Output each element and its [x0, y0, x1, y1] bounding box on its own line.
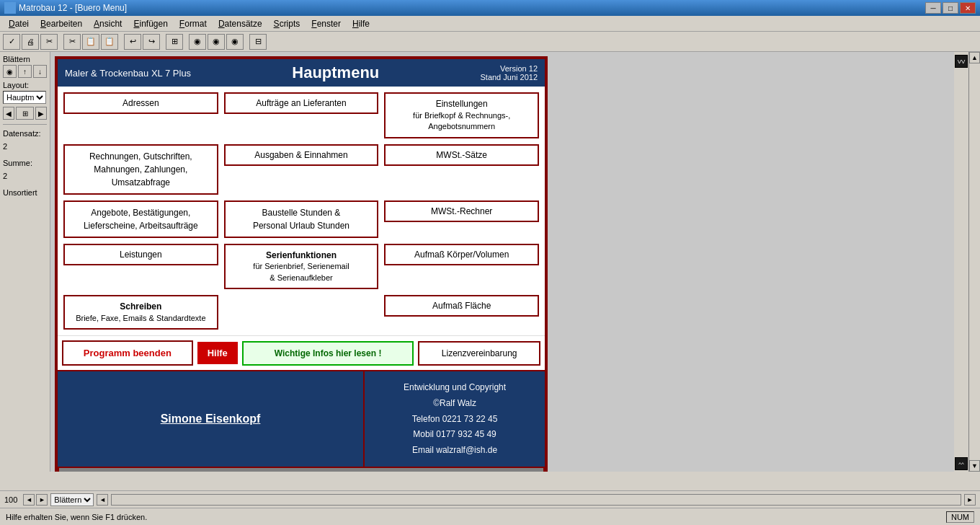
title-bar-controls: ─ □ ✕	[925, 2, 976, 14]
menu-hilfe[interactable]: Hilfe	[347, 17, 375, 30]
hauptmenu-outer: Maler & Trockenbau XL 7 Plus Hauptmenu V…	[55, 56, 548, 472]
hm-title-right: Version 12 Stand Juni 2012	[480, 64, 538, 81]
info-name-link[interactable]: Simone Eisenkopf	[161, 412, 261, 425]
right-scrollbar[interactable]: ▲ ▼	[968, 52, 980, 472]
vv-btn-top[interactable]: VV	[955, 55, 968, 68]
btn-serienfunktionen[interactable]: Serienfunktionen für Serienbrief, Serien…	[224, 244, 379, 290]
menu-bar: Datei Bearbeiten Ansicht Einfügen Format…	[0, 16, 980, 32]
btn-angebote[interactable]: Angebote, Bestätigungen, Lieferscheine, …	[63, 200, 218, 238]
menu-scripts[interactable]: Scripts	[268, 17, 306, 30]
homepage-bar[interactable]: Zur Homepage bitte hier klicken www.hand…	[58, 467, 545, 472]
menu-datei[interactable]: Datei	[3, 17, 35, 30]
toolbar-btn-8[interactable]: ◉	[226, 34, 244, 50]
btn-wichtig[interactable]: Wichtige Infos hier lesen !	[242, 341, 414, 366]
btn-auftraege[interactable]: Aufträge an Lieferanten	[224, 92, 379, 114]
btn-mwst-saetze[interactable]: MWSt.-Sätze	[384, 144, 539, 166]
cell-rechnungen: Rechnungen, Gutschriften, Mahnungen, Zah…	[62, 143, 220, 196]
layout-next[interactable]: ▶	[35, 107, 47, 120]
status-bar: Hilfe erhalten Sie, wenn Sie F1 drücken.…	[0, 508, 980, 525]
hm-title-left: Maler & Trockenbau XL 7 Plus	[65, 68, 191, 79]
toolbar-btn-5[interactable]: ⊞	[166, 34, 183, 50]
blattern-nav: ◉ ↑ ↓	[3, 65, 47, 78]
toolbar-btn-paste[interactable]: 📋	[101, 34, 118, 50]
unsortiert-label: Unsortiert	[3, 187, 47, 200]
main-content: Maler & Trockenbau XL 7 Plus Hauptmenu V…	[50, 52, 954, 472]
toolbar-btn-3[interactable]: ✂	[40, 34, 58, 50]
scroll-h-right[interactable]: ►	[964, 494, 976, 506]
toolbar-btn-2[interactable]: 🖨	[22, 34, 39, 50]
cell-adressen: Adressen	[62, 91, 220, 140]
cell-ausgaben: Ausgaben & Einnahmen	[223, 143, 380, 196]
datensatz-value: 2	[3, 141, 47, 154]
status-num: NUM	[946, 511, 974, 523]
toolbar-btn-redo[interactable]: ↪	[143, 34, 160, 50]
app-icon	[4, 2, 16, 14]
btn-aufmass-flaeche[interactable]: Aufmaß Fläche	[384, 295, 539, 317]
vv-panel: VV ^^	[954, 52, 968, 472]
btn-lizenz[interactable]: Lizenzvereinbarung	[418, 341, 540, 366]
menu-datensaetze[interactable]: Datensätze	[213, 17, 268, 30]
blattern-nav-btn2[interactable]: ↑	[18, 65, 32, 78]
btn-aufmass-koerper[interactable]: Aufmaß Körper/Volumen	[384, 244, 539, 265]
layout-center[interactable]: ⊞	[16, 107, 33, 120]
menu-bearbeiten[interactable]: Bearbeiten	[35, 17, 88, 30]
tab-nav-left[interactable]: ◄	[97, 494, 108, 506]
maximize-button[interactable]: □	[943, 2, 958, 14]
menu-einfuegen[interactable]: Einfügen	[128, 17, 173, 30]
zoom-btn-right[interactable]: ►	[36, 494, 48, 506]
btn-einstellungen[interactable]: Einstellungen für Briefkopf & Rechnungs-…	[384, 92, 539, 138]
main-layout: Blättern ◉ ↑ ↓ Layout: Hauptme... ◀ ⊞ ▶ …	[0, 52, 980, 472]
blattern-nav-btn3[interactable]: ↓	[33, 65, 47, 78]
btn-ausgaben[interactable]: Ausgaben & Einnahmen	[224, 144, 379, 166]
scroll-up-btn[interactable]: ▲	[969, 52, 980, 63]
zoom-btn-left[interactable]: ◄	[23, 494, 35, 506]
tab-select[interactable]: Blättern	[50, 493, 94, 506]
cell-einstellungen: Einstellungen für Briefkopf & Rechnungs-…	[383, 91, 540, 140]
info-section: Simone Eisenkopf Entwicklung und Copyrig…	[58, 370, 545, 467]
btn-schreiben[interactable]: Schreiben Briefe, Faxe, Emails & Standar…	[63, 295, 218, 330]
toolbar: ✓ 🖨 ✂ ✂ 📋 📋 ↩ ↪ ⊞ ◉ ◉ ◉ ⊟	[0, 32, 980, 52]
toolbar-btn-7[interactable]: ◉	[208, 34, 225, 50]
summe-value: 2	[3, 170, 47, 183]
info-email-line: Email walzralf@ish.de	[373, 443, 536, 459]
minimize-button[interactable]: ─	[925, 2, 941, 14]
btn-leistungen[interactable]: Leistungen	[63, 244, 218, 265]
hauptmenu-container: Maler & Trockenbau XL 7 Plus Hauptmenu V…	[56, 58, 546, 472]
btn-hilfe[interactable]: Hilfe	[197, 342, 238, 364]
toolbar-btn-cut[interactable]: ✂	[63, 34, 81, 50]
toolbar-btn-1[interactable]: ✓	[3, 34, 20, 50]
blattern-nav-btn1[interactable]: ◉	[3, 65, 17, 78]
menu-format[interactable]: Format	[174, 17, 213, 30]
cell-aufmass-koerper: Aufmaß Körper/Volumen	[383, 242, 540, 291]
layout-label: Layout:	[3, 81, 47, 89]
vv-btn-bottom[interactable]: ^^	[955, 457, 968, 470]
layout-prev[interactable]: ◀	[3, 107, 14, 120]
cell-schreiben: Schreiben Briefe, Faxe, Emails & Standar…	[62, 294, 220, 331]
content-area: Maler & Trockenbau XL 7 Plus Hauptmenu V…	[50, 52, 980, 472]
bottom-action-row: Programm beenden Hilfe Wichtige Infos hi…	[58, 335, 545, 370]
btn-adressen[interactable]: Adressen	[63, 92, 218, 114]
date-label: Stand Juni 2012	[480, 73, 538, 81]
close-button[interactable]: ✕	[960, 2, 976, 14]
toolbar-btn-undo[interactable]: ↩	[124, 34, 141, 50]
menu-ansicht[interactable]: Ansicht	[88, 17, 128, 30]
toolbar-btn-6[interactable]: ◉	[189, 34, 206, 50]
toolbar-btn-9[interactable]: ⊟	[249, 34, 267, 50]
menu-fenster[interactable]: Fenster	[306, 17, 347, 30]
cell-aufmass-flaeche: Aufmaß Fläche	[383, 294, 540, 331]
scroll-down-btn[interactable]: ▼	[969, 460, 980, 472]
button-grid: Adressen Aufträge an Lieferanten Einstel…	[58, 87, 545, 335]
window-title: Matrobau 12 - [Buero Menu]	[19, 3, 127, 13]
info-phone-line: Telefon 0221 73 22 45	[373, 412, 536, 428]
cell-empty	[223, 294, 380, 331]
btn-mwst-rechner[interactable]: MWSt.-Rechner	[384, 200, 539, 222]
btn-programm-beenden[interactable]: Programm beenden	[62, 340, 193, 366]
toolbar-btn-copy[interactable]: 📋	[82, 34, 99, 50]
horizontal-scrollbar[interactable]	[111, 494, 961, 506]
layout-select[interactable]: Hauptme...	[3, 91, 46, 104]
btn-rechnungen[interactable]: Rechnungen, Gutschriften, Mahnungen, Zah…	[63, 144, 218, 195]
info-left[interactable]: Simone Eisenkopf	[58, 371, 363, 467]
zoom-arrows: ◄ ►	[23, 494, 48, 506]
btn-baustelle[interactable]: Baustelle Stunden & Personal Urlaub Stun…	[224, 200, 379, 238]
cell-angebote: Angebote, Bestätigungen, Lieferscheine, …	[62, 199, 220, 239]
